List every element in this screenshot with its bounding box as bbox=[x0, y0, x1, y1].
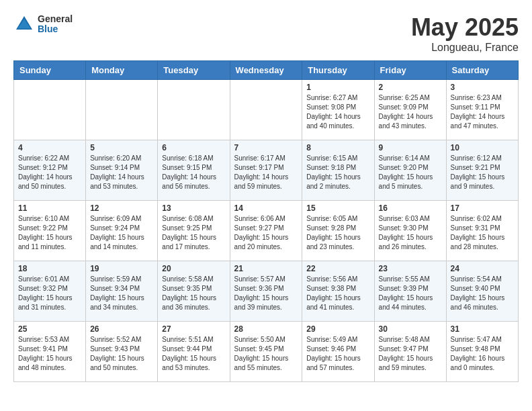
day-number: 1 bbox=[306, 83, 369, 92]
calendar-cell: 10Sunrise: 6:12 AM Sunset: 9:21 PM Dayli… bbox=[446, 140, 518, 201]
day-number: 3 bbox=[451, 83, 514, 92]
day-info: Sunrise: 6:25 AM Sunset: 9:09 PM Dayligh… bbox=[379, 93, 442, 131]
calendar-cell: 20Sunrise: 5:58 AM Sunset: 9:35 PM Dayli… bbox=[158, 261, 230, 322]
day-number: 24 bbox=[451, 264, 514, 273]
day-number: 29 bbox=[306, 324, 369, 334]
calendar-cell: 24Sunrise: 5:54 AM Sunset: 9:40 PM Dayli… bbox=[446, 261, 518, 322]
day-info: Sunrise: 5:49 AM Sunset: 9:46 PM Dayligh… bbox=[306, 335, 369, 373]
calendar-cell: 25Sunrise: 5:53 AM Sunset: 9:41 PM Dayli… bbox=[14, 322, 86, 382]
day-number: 31 bbox=[451, 324, 514, 334]
calendar-cell: 3Sunrise: 6:23 AM Sunset: 9:11 PM Daylig… bbox=[446, 80, 518, 140]
header: General Blue May 2025 Longueau, France bbox=[13, 13, 519, 54]
calendar-cell: 11Sunrise: 6:10 AM Sunset: 9:22 PM Dayli… bbox=[14, 201, 86, 261]
calendar-cell: 2Sunrise: 6:25 AM Sunset: 9:09 PM Daylig… bbox=[374, 80, 446, 140]
day-number: 7 bbox=[234, 143, 298, 152]
header-cell-friday: Friday bbox=[374, 61, 446, 80]
day-number: 27 bbox=[162, 324, 225, 334]
day-info: Sunrise: 5:47 AM Sunset: 9:48 PM Dayligh… bbox=[451, 335, 514, 373]
calendar-cell: 16Sunrise: 6:03 AM Sunset: 9:30 PM Dayli… bbox=[374, 201, 446, 261]
day-info: Sunrise: 5:53 AM Sunset: 9:41 PM Dayligh… bbox=[18, 335, 81, 373]
calendar-title: May 2025 bbox=[411, 13, 519, 42]
header-cell-monday: Monday bbox=[86, 61, 158, 80]
day-number: 30 bbox=[379, 324, 442, 334]
day-info: Sunrise: 6:27 AM Sunset: 9:08 PM Dayligh… bbox=[306, 93, 369, 131]
calendar-cell: 17Sunrise: 6:02 AM Sunset: 9:31 PM Dayli… bbox=[446, 201, 518, 261]
day-number: 21 bbox=[234, 264, 298, 273]
day-number: 28 bbox=[234, 324, 298, 334]
calendar-cell: 27Sunrise: 5:51 AM Sunset: 9:44 PM Dayli… bbox=[158, 322, 230, 382]
logo: General Blue bbox=[13, 13, 73, 35]
day-info: Sunrise: 6:18 AM Sunset: 9:15 PM Dayligh… bbox=[162, 154, 225, 191]
day-info: Sunrise: 5:48 AM Sunset: 9:47 PM Dayligh… bbox=[379, 335, 442, 373]
calendar-cell: 14Sunrise: 6:06 AM Sunset: 9:27 PM Dayli… bbox=[230, 201, 302, 261]
week-row-2: 4Sunrise: 6:22 AM Sunset: 9:12 PM Daylig… bbox=[14, 140, 519, 201]
day-number: 4 bbox=[18, 143, 81, 152]
day-number: 12 bbox=[90, 203, 153, 213]
header-cell-thursday: Thursday bbox=[302, 61, 374, 80]
calendar-cell: 13Sunrise: 6:08 AM Sunset: 9:25 PM Dayli… bbox=[158, 201, 230, 261]
calendar-header: SundayMondayTuesdayWednesdayThursdayFrid… bbox=[14, 61, 519, 80]
day-info: Sunrise: 6:12 AM Sunset: 9:21 PM Dayligh… bbox=[451, 154, 514, 191]
day-info: Sunrise: 6:02 AM Sunset: 9:31 PM Dayligh… bbox=[451, 214, 514, 252]
day-number: 17 bbox=[451, 203, 514, 213]
calendar-cell bbox=[86, 80, 158, 140]
day-info: Sunrise: 6:14 AM Sunset: 9:20 PM Dayligh… bbox=[379, 154, 442, 191]
day-number: 6 bbox=[162, 143, 225, 152]
calendar-cell: 12Sunrise: 6:09 AM Sunset: 9:24 PM Dayli… bbox=[86, 201, 158, 261]
day-number: 11 bbox=[18, 203, 81, 213]
calendar-cell: 5Sunrise: 6:20 AM Sunset: 9:14 PM Daylig… bbox=[86, 140, 158, 201]
title-area: May 2025 Longueau, France bbox=[411, 13, 519, 54]
day-info: Sunrise: 5:51 AM Sunset: 9:44 PM Dayligh… bbox=[162, 335, 225, 373]
calendar-cell bbox=[158, 80, 230, 140]
day-info: Sunrise: 6:17 AM Sunset: 9:17 PM Dayligh… bbox=[234, 154, 298, 191]
day-number: 8 bbox=[306, 143, 369, 152]
day-number: 5 bbox=[90, 143, 153, 152]
week-row-3: 11Sunrise: 6:10 AM Sunset: 9:22 PM Dayli… bbox=[14, 201, 519, 261]
week-row-1: 1Sunrise: 6:27 AM Sunset: 9:08 PM Daylig… bbox=[14, 80, 519, 140]
day-info: Sunrise: 5:57 AM Sunset: 9:36 PM Dayligh… bbox=[234, 275, 298, 312]
logo-general-text: General bbox=[38, 14, 73, 24]
day-info: Sunrise: 6:05 AM Sunset: 9:28 PM Dayligh… bbox=[306, 214, 369, 252]
logo-blue-text: Blue bbox=[38, 24, 73, 34]
day-info: Sunrise: 5:54 AM Sunset: 9:40 PM Dayligh… bbox=[451, 275, 514, 312]
day-info: Sunrise: 5:55 AM Sunset: 9:39 PM Dayligh… bbox=[379, 275, 442, 312]
calendar-table: SundayMondayTuesdayWednesdayThursdayFrid… bbox=[13, 60, 519, 382]
day-number: 2 bbox=[379, 83, 442, 92]
header-row: SundayMondayTuesdayWednesdayThursdayFrid… bbox=[14, 61, 519, 80]
calendar-cell: 26Sunrise: 5:52 AM Sunset: 9:43 PM Dayli… bbox=[86, 322, 158, 382]
day-number: 13 bbox=[162, 203, 225, 213]
day-info: Sunrise: 5:59 AM Sunset: 9:34 PM Dayligh… bbox=[90, 275, 153, 312]
day-info: Sunrise: 6:08 AM Sunset: 9:25 PM Dayligh… bbox=[162, 214, 225, 252]
calendar-cell: 21Sunrise: 5:57 AM Sunset: 9:36 PM Dayli… bbox=[230, 261, 302, 322]
week-row-5: 25Sunrise: 5:53 AM Sunset: 9:41 PM Dayli… bbox=[14, 322, 519, 382]
calendar-cell: 23Sunrise: 5:55 AM Sunset: 9:39 PM Dayli… bbox=[374, 261, 446, 322]
header-cell-tuesday: Tuesday bbox=[158, 61, 230, 80]
calendar-cell: 15Sunrise: 6:05 AM Sunset: 9:28 PM Dayli… bbox=[302, 201, 374, 261]
calendar-cell: 18Sunrise: 6:01 AM Sunset: 9:32 PM Dayli… bbox=[14, 261, 86, 322]
day-number: 23 bbox=[379, 264, 442, 273]
calendar-cell: 19Sunrise: 5:59 AM Sunset: 9:34 PM Dayli… bbox=[86, 261, 158, 322]
day-number: 26 bbox=[90, 324, 153, 334]
day-number: 15 bbox=[306, 203, 369, 213]
day-info: Sunrise: 5:56 AM Sunset: 9:38 PM Dayligh… bbox=[306, 275, 369, 312]
header-cell-saturday: Saturday bbox=[446, 61, 518, 80]
day-number: 22 bbox=[306, 264, 369, 273]
day-number: 25 bbox=[18, 324, 81, 334]
calendar-cell: 1Sunrise: 6:27 AM Sunset: 9:08 PM Daylig… bbox=[302, 80, 374, 140]
day-number: 18 bbox=[18, 264, 81, 273]
day-info: Sunrise: 6:15 AM Sunset: 9:18 PM Dayligh… bbox=[306, 154, 369, 191]
calendar-cell: 7Sunrise: 6:17 AM Sunset: 9:17 PM Daylig… bbox=[230, 140, 302, 201]
week-row-4: 18Sunrise: 6:01 AM Sunset: 9:32 PM Dayli… bbox=[14, 261, 519, 322]
calendar-cell: 4Sunrise: 6:22 AM Sunset: 9:12 PM Daylig… bbox=[14, 140, 86, 201]
day-number: 19 bbox=[90, 264, 153, 273]
header-cell-wednesday: Wednesday bbox=[230, 61, 302, 80]
calendar-cell: 9Sunrise: 6:14 AM Sunset: 9:20 PM Daylig… bbox=[374, 140, 446, 201]
day-number: 20 bbox=[162, 264, 225, 273]
day-number: 10 bbox=[451, 143, 514, 152]
day-info: Sunrise: 6:10 AM Sunset: 9:22 PM Dayligh… bbox=[18, 214, 81, 252]
calendar-cell: 6Sunrise: 6:18 AM Sunset: 9:15 PM Daylig… bbox=[158, 140, 230, 201]
day-info: Sunrise: 5:52 AM Sunset: 9:43 PM Dayligh… bbox=[90, 335, 153, 373]
day-info: Sunrise: 6:03 AM Sunset: 9:30 PM Dayligh… bbox=[379, 214, 442, 252]
logo-icon bbox=[13, 13, 35, 35]
calendar-cell bbox=[230, 80, 302, 140]
